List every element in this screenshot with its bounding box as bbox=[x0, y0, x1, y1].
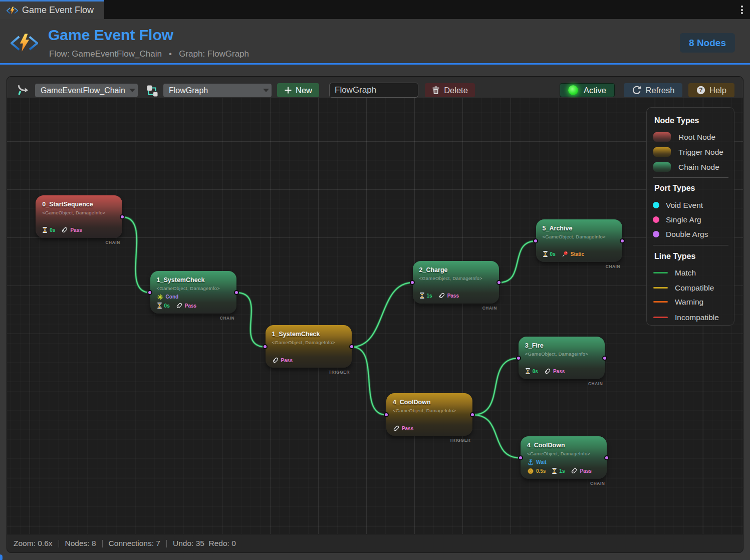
svg-text:?: ? bbox=[699, 87, 702, 94]
